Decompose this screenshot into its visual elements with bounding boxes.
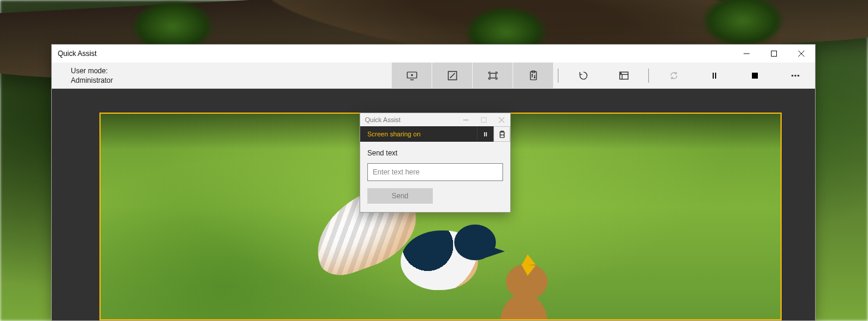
maximize-icon (481, 117, 486, 123)
svg-rect-9 (490, 73, 496, 78)
svg-rect-23 (481, 117, 486, 122)
remote-panel-titlebar: Quick Assist (360, 113, 510, 126)
remote-panel-minimize-button[interactable] (457, 113, 474, 126)
minimize-icon (463, 117, 469, 123)
pencil-box-icon (447, 70, 458, 82)
annotate-button[interactable] (432, 63, 472, 88)
svg-rect-1 (772, 51, 777, 57)
toolbar-separator (553, 63, 563, 88)
pause-button[interactable] (694, 63, 734, 88)
remote-panel-maximize-button[interactable] (474, 113, 492, 126)
send-text-section: Send text Send (360, 142, 510, 212)
toolbar-spacer (119, 63, 391, 88)
maximize-icon (771, 51, 777, 57)
instruction-channel-button[interactable] (494, 126, 510, 142)
restart-icon (577, 70, 589, 82)
maximize-button[interactable] (760, 45, 788, 63)
monitor-icon (406, 70, 418, 82)
end-button[interactable] (734, 63, 775, 88)
toolbar: User mode: Administrator (52, 63, 815, 89)
more-button[interactable] (775, 63, 815, 88)
actual-size-button[interactable] (472, 63, 513, 88)
user-mode-value: Administrator (71, 76, 113, 85)
svg-rect-18 (752, 73, 758, 79)
background-leaf (701, 0, 785, 48)
svg-point-6 (411, 74, 413, 76)
user-mode-indicator: User mode: Administrator (52, 63, 119, 88)
more-icon (789, 70, 801, 82)
restart-button[interactable] (563, 63, 603, 88)
pause-icon (708, 70, 720, 82)
close-icon (798, 51, 804, 57)
svg-line-8 (450, 73, 455, 78)
reconnect-button[interactable] (653, 63, 694, 88)
clipboard-sync-icon (527, 70, 539, 82)
svg-point-19 (792, 75, 793, 76)
clipboard-sync-icon (498, 130, 506, 138)
stop-icon (749, 70, 761, 82)
reconnect-icon (668, 70, 680, 82)
user-mode-label: User mode: (71, 66, 113, 76)
remote-panel-close-button[interactable] (492, 113, 510, 126)
task-manager-button[interactable] (603, 63, 644, 88)
toggle-instruction-channel-button[interactable] (513, 63, 553, 88)
screen-sharing-status: Screen sharing on (360, 126, 477, 142)
titlebar: Quick Assist (52, 45, 815, 63)
send-text-label: Send text (367, 149, 503, 157)
select-monitor-button[interactable] (391, 63, 432, 88)
window-controls (733, 45, 815, 63)
screen-sharing-pause-button[interactable] (477, 126, 494, 142)
screen-sharing-status-bar: Screen sharing on (360, 126, 510, 142)
send-button[interactable]: Send (367, 188, 433, 204)
remote-content-illustration (488, 258, 560, 321)
window-title: Quick Assist (58, 49, 96, 58)
svg-point-21 (798, 75, 799, 76)
remote-panel-window-controls (457, 113, 510, 126)
svg-point-15 (620, 73, 621, 73)
pause-icon (482, 131, 489, 138)
toolbar-separator (644, 63, 653, 88)
quick-assist-remote-panel: Quick Assist Screen sharing on Send text… (360, 113, 511, 213)
remote-panel-title: Quick Assist (365, 116, 401, 123)
svg-point-20 (795, 75, 796, 76)
fit-screen-icon (487, 70, 499, 82)
close-icon (499, 117, 504, 123)
close-button[interactable] (788, 45, 815, 63)
minimize-button[interactable] (733, 45, 760, 63)
task-manager-icon (618, 70, 630, 82)
send-text-input[interactable] (367, 163, 503, 181)
minimize-icon (744, 51, 750, 57)
